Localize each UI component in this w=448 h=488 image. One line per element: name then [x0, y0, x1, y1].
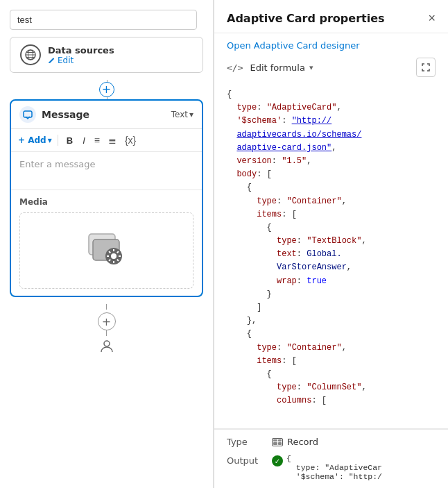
- code-line-14: VarStoreAnswer,: [227, 261, 436, 274]
- message-label: Message: [42, 109, 89, 120]
- data-sources-box: Data sources Edit: [10, 37, 203, 73]
- chevron-down-formula-icon: ▾: [309, 63, 313, 72]
- code-line-13: text: Global.: [227, 248, 436, 261]
- svg-point-9: [111, 253, 117, 259]
- unordered-list-button[interactable]: ≡: [92, 133, 102, 147]
- media-label: Media: [19, 197, 193, 207]
- formula-button[interactable]: {x}: [123, 133, 138, 147]
- toolbar-separator-1: [58, 135, 58, 146]
- code-icon: </>: [227, 62, 243, 73]
- message-placeholder: Enter a message: [19, 159, 96, 169]
- code-line-3: '$schema': "http://: [227, 115, 436, 128]
- media-section: Media: [11, 190, 202, 296]
- code-line-17: ]: [227, 301, 436, 314]
- bold-button[interactable]: B: [64, 134, 76, 147]
- code-line-6: version: "1.5",: [227, 155, 436, 168]
- search-input[interactable]: [10, 10, 197, 30]
- code-line-18: },: [227, 314, 436, 328]
- message-card: Message Text ▾ + Add ▾ B I ≡ ≣ {x} Enter…: [10, 99, 203, 297]
- output-success-icon: ✓: [272, 455, 283, 466]
- bottom-connectors: +: [0, 304, 213, 354]
- add-toolbar-button[interactable]: + Add ▾: [18, 135, 52, 145]
- properties-bottom: Type Record Output ✓ { type: "AdaptiveCa…: [214, 429, 448, 488]
- left-panel: Data sources Edit + Message: [0, 0, 214, 488]
- chevron-down-icon-toolbar: ▾: [48, 135, 52, 145]
- output-code: { type: "AdaptiveCar '$schema': "http:/: [286, 454, 382, 481]
- code-line-16: }: [227, 288, 436, 301]
- message-text-area[interactable]: Enter a message: [11, 152, 202, 190]
- code-line-23: type: "ColumnSet",: [227, 381, 436, 394]
- code-line-19: {: [227, 328, 436, 341]
- edit-formula-label: Edit formula: [250, 62, 304, 73]
- record-type-icon: [272, 438, 283, 446]
- code-line-2: type: "AdaptiveCard",: [227, 101, 436, 115]
- edit-formula-row: </> Edit formula ▾: [214, 55, 448, 81]
- connector-plus-top: +: [0, 80, 213, 99]
- code-line-1: {: [227, 88, 436, 101]
- data-sources-info: Data sources Edit: [48, 45, 193, 65]
- type-row: Type Record: [227, 437, 436, 447]
- add-step-button-top[interactable]: +: [99, 82, 114, 97]
- code-line-9: type: "Container",: [227, 195, 436, 208]
- close-panel-button[interactable]: ×: [428, 11, 436, 26]
- code-line-11: {: [227, 221, 436, 235]
- type-value: Record: [287, 437, 318, 447]
- svg-rect-5: [24, 111, 32, 117]
- open-designer-link[interactable]: Open Adaptive Card designer: [214, 33, 448, 55]
- expand-button[interactable]: [416, 58, 436, 77]
- data-sources-title: Data sources: [48, 45, 193, 56]
- message-header-left: Message: [19, 106, 89, 123]
- ordered-list-button[interactable]: ≣: [106, 133, 119, 147]
- code-line-4: adaptivecards.io/schemas/: [227, 128, 436, 142]
- properties-panel-title: Adaptive Card properties: [227, 12, 385, 25]
- code-line-7: body: [: [227, 168, 436, 181]
- code-line-22: {: [227, 368, 436, 381]
- code-line-21: items: [: [227, 355, 436, 368]
- properties-panel-header: Adaptive Card properties ×: [214, 0, 448, 33]
- italic-button[interactable]: I: [80, 134, 88, 147]
- output-line-3: '$schema': "http:/: [286, 472, 382, 481]
- output-line-1: {: [286, 454, 382, 463]
- person-icon: [99, 339, 114, 354]
- type-value-row: Record: [272, 437, 318, 447]
- media-icon: [87, 231, 126, 270]
- code-line-12: type: "TextBlock",: [227, 235, 436, 248]
- media-placeholder[interactable]: [19, 212, 193, 289]
- code-line-5: adaptive-card.json",: [227, 142, 436, 155]
- message-toolbar: + Add ▾ B I ≡ ≣ {x}: [11, 129, 202, 152]
- code-line-24: columns: [: [227, 394, 436, 407]
- message-card-header: Message Text ▾: [11, 101, 202, 129]
- type-dropdown[interactable]: Text ▾: [171, 110, 193, 119]
- output-label: Output: [227, 455, 265, 466]
- output-row: Output ✓ { type: "AdaptiveCar '$schema':…: [227, 454, 436, 481]
- code-line-15: wrap: true: [227, 275, 436, 288]
- code-line-20: type: "Container",: [227, 342, 436, 355]
- output-value-container: ✓ { type: "AdaptiveCar '$schema': "http:…: [272, 454, 382, 481]
- data-sources-edit-link[interactable]: Edit: [48, 56, 193, 65]
- code-line-10: items: [: [227, 208, 436, 221]
- message-icon: [19, 106, 36, 123]
- svg-point-18: [104, 341, 110, 346]
- globe-icon: [20, 44, 41, 65]
- right-panel: Adaptive Card properties × Open Adaptive…: [214, 0, 448, 488]
- add-step-button-bottom[interactable]: +: [98, 312, 116, 330]
- edit-formula-button[interactable]: </> Edit formula ▾: [227, 62, 313, 73]
- code-editor[interactable]: { type: "AdaptiveCard", '$schema': "http…: [214, 81, 448, 429]
- code-line-8: {: [227, 181, 436, 194]
- type-label: Type: [227, 437, 265, 447]
- output-line-2: type: "AdaptiveCar: [286, 463, 382, 472]
- chevron-down-icon: ▾: [189, 110, 193, 119]
